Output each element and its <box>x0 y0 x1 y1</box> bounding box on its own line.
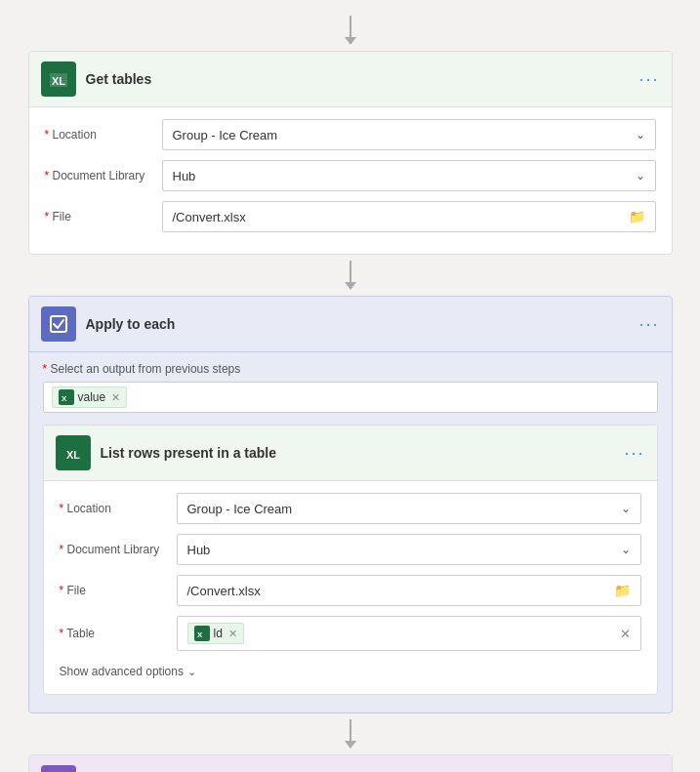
apply-tag-row[interactable]: X value ✕ <box>43 382 658 413</box>
list-location-arrow-icon: ⌄ <box>621 502 631 515</box>
get-tables-more[interactable]: ··· <box>638 70 659 88</box>
connector-line <box>350 16 351 37</box>
get-tables-card: XL Get tables ··· Location Group - Ice C… <box>28 51 673 255</box>
doc-library-dropdown[interactable]: Hub ⌄ <box>162 160 656 191</box>
doc-library-value: Hub <box>173 169 196 183</box>
list-doc-library-arrow-icon: ⌄ <box>621 543 631 556</box>
html-table-card: {} Create HTML table ··· From X value ✕ <box>28 754 673 772</box>
list-rows-card: XL List rows present in a table ··· Loca… <box>43 425 658 695</box>
list-rows-header: XL List rows present in a table ··· <box>44 426 657 481</box>
list-file-input[interactable]: /Convert.xlsx 📁 <box>177 575 641 606</box>
list-doc-library-value: Hub <box>187 543 211 557</box>
svg-text:X: X <box>62 394 67 403</box>
excel-icon-get-tables: XL <box>41 61 76 97</box>
list-file-folder-icon: 📁 <box>614 583 631 598</box>
location-dropdown[interactable]: Group - Ice Cream ⌄ <box>162 119 656 150</box>
apply-to-each-container: Apply to each ··· Select an output from … <box>28 296 673 713</box>
list-doc-library-row: Document Library Hub ⌄ <box>60 534 641 565</box>
connector-2 <box>345 713 356 754</box>
file-label: File <box>45 210 152 223</box>
file-value: /Convert.xlsx <box>173 210 246 224</box>
show-advanced-button[interactable]: Show advanced options ⌄ <box>60 661 641 682</box>
list-location-label: Location <box>60 502 167 515</box>
file-row: File /Convert.xlsx 📁 <box>45 201 656 232</box>
connector-line-2 <box>350 719 351 741</box>
connector-line-1 <box>350 261 351 282</box>
list-table-tag: X ld ✕ <box>187 623 244 644</box>
list-location-value: Group - Ice Cream <box>187 502 293 516</box>
doc-library-row: Document Library Hub ⌄ <box>45 160 656 191</box>
list-file-label: File <box>60 584 167 597</box>
tag-excel-icon: X <box>59 389 74 405</box>
list-file-row: File /Convert.xlsx 📁 <box>60 575 641 606</box>
list-location-dropdown[interactable]: Group - Ice Cream ⌄ <box>177 493 641 524</box>
svg-text:XL: XL <box>66 449 80 461</box>
connector-arrow <box>345 37 356 45</box>
file-folder-icon: 📁 <box>629 209 645 224</box>
apply-to-each-header: Apply to each ··· <box>29 297 672 352</box>
apply-to-each-title: Apply to each <box>86 316 630 332</box>
location-row: Location Group - Ice Cream ⌄ <box>45 119 656 150</box>
location-label: Location <box>45 128 152 142</box>
top-connector <box>345 10 356 51</box>
html-table-header: {} Create HTML table ··· <box>29 755 672 772</box>
excel-icon-list-rows: XL <box>56 435 91 470</box>
list-location-row: Location Group - Ice Cream ⌄ <box>60 493 641 524</box>
apply-tag-label: value <box>78 390 106 404</box>
list-table-tag-label: ld <box>214 627 223 640</box>
show-advanced-arrow-icon: ⌄ <box>187 666 196 678</box>
list-table-tag-excel-icon: X <box>194 626 210 641</box>
apply-to-each-body: Select an output from previous steps X v… <box>29 352 672 699</box>
show-advanced-label: Show advanced options <box>60 665 184 678</box>
list-table-input[interactable]: X ld ✕ ✕ <box>177 616 641 651</box>
location-arrow-icon: ⌄ <box>636 128 645 142</box>
svg-text:XL: XL <box>52 75 65 87</box>
get-tables-body: Location Group - Ice Cream ⌄ Document Li… <box>29 107 672 254</box>
list-rows-body: Location Group - Ice Cream ⌄ Document Li… <box>44 481 657 694</box>
apply-icon <box>41 306 76 342</box>
file-input[interactable]: /Convert.xlsx 📁 <box>162 201 656 232</box>
list-file-value: /Convert.xlsx <box>187 584 261 598</box>
list-table-label: Table <box>60 627 167 640</box>
apply-tag-close-icon[interactable]: ✕ <box>111 391 120 404</box>
doc-library-arrow-icon: ⌄ <box>636 169 645 183</box>
list-rows-more[interactable]: ··· <box>624 444 644 462</box>
doc-library-label: Document Library <box>45 169 152 183</box>
html-icon: {} <box>41 765 76 772</box>
location-value: Group - Ice Cream <box>173 128 278 142</box>
connector-arrow-1 <box>345 282 356 290</box>
get-tables-header: XL Get tables ··· <box>29 52 672 107</box>
list-doc-library-label: Document Library <box>60 543 167 556</box>
apply-to-each-more[interactable]: ··· <box>638 315 659 333</box>
connector-1 <box>345 255 356 296</box>
list-table-tag-close-icon[interactable]: ✕ <box>228 628 237 640</box>
connector-arrow-2 <box>345 741 356 749</box>
list-doc-library-dropdown[interactable]: Hub ⌄ <box>177 534 641 565</box>
get-tables-title: Get tables <box>86 71 630 87</box>
list-table-row: Table X ld ✕ ✕ <box>60 616 641 651</box>
list-table-clear-icon[interactable]: ✕ <box>620 627 631 641</box>
svg-text:X: X <box>197 630 203 639</box>
apply-value-tag: X value ✕ <box>52 386 128 408</box>
list-rows-title: List rows present in a table <box>101 445 615 461</box>
apply-select-label: Select an output from previous steps <box>43 362 658 376</box>
